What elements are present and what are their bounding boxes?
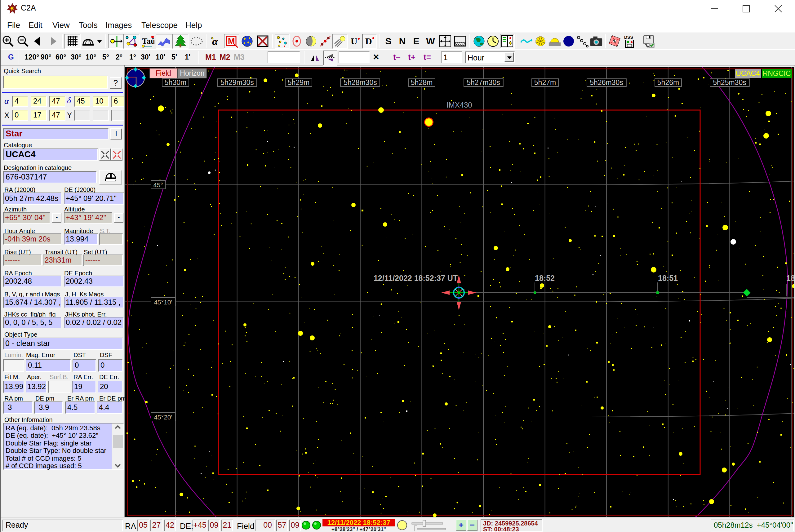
svg-text:5h27m30s: 5h27m30s [467, 78, 500, 87]
svg-text:5h30m: 5h30m [165, 78, 186, 87]
svg-text:18:52: 18:52 [535, 274, 555, 282]
svg-text:5h29m30s: 5h29m30s [221, 78, 253, 87]
svg-text:45°10': 45°10' [154, 299, 172, 306]
svg-text:45°: 45° [153, 182, 163, 189]
svg-text:5h26m: 5h26m [657, 78, 679, 87]
svg-text:5h25m30s: 5h25m30s [713, 78, 746, 87]
svg-text:M: M [228, 37, 235, 46]
svg-text:45°20': 45°20' [154, 414, 172, 421]
svg-text:RNGCIC: RNGCIC [763, 70, 791, 77]
svg-text:12/11/2022 18:52:37 UT: 12/11/2022 18:52:37 UT [374, 274, 458, 282]
svg-text:18:51: 18:51 [658, 274, 678, 282]
svg-text:5h28m: 5h28m [411, 78, 433, 87]
svg-text:5h27m: 5h27m [534, 78, 556, 87]
svg-text:Horizon: Horizon [180, 69, 204, 77]
svg-text:U: U [351, 36, 358, 46]
svg-text:Field: Field [156, 69, 171, 77]
svg-text:5h28m30s: 5h28m30s [343, 78, 377, 87]
svg-text:D: D [365, 36, 372, 46]
svg-text:IMX430: IMX430 [447, 101, 472, 109]
svg-text:UCAC4: UCAC4 [736, 70, 760, 77]
svg-text:5h29m: 5h29m [288, 78, 309, 87]
svg-text:5h26m30s: 5h26m30s [590, 78, 623, 87]
svg-text:DSS: DSS [624, 35, 633, 40]
